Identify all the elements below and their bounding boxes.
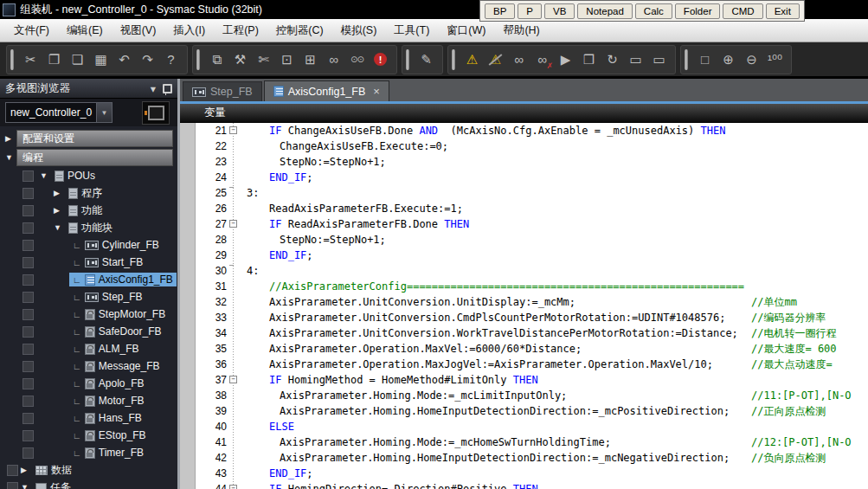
tree-item-label[interactable]: ∟AxisConfig1_FB [69,273,177,286]
menu-item-8[interactable]: 窗口(W) [438,23,494,38]
menu-item-6[interactable]: 模拟(S) [332,23,386,38]
menu-item-0[interactable]: 文件(F) [5,23,58,38]
tree-item-label[interactable]: 数据 [32,462,75,479]
expand-arrow-icon[interactable]: ▶ [5,134,16,143]
tree-item-label[interactable]: 任务 [32,479,74,489]
error-list-icon[interactable]: ! [369,49,392,70]
undo-icon[interactable]: ↶ [113,49,136,70]
menu-item-4[interactable]: 工程(P) [214,23,267,38]
launcher-button-exit[interactable]: Exit [766,3,800,19]
tree-item-label[interactable]: ∟Step_FB [69,290,146,304]
chevron-down-icon[interactable]: ▼ [96,103,112,122]
watch-monitor-icon[interactable]: ∞ [322,49,345,70]
io-monitor-2-icon[interactable]: ▭ [647,49,671,70]
zoom-out-icon[interactable]: ⊖ [740,49,763,70]
toolbar-group-grip[interactable] [196,49,200,70]
launcher-button-notepad[interactable]: Notepad [577,3,632,19]
menu-item-5[interactable]: 控制器(C) [267,23,332,38]
copy-icon[interactable]: ❐ [42,49,66,70]
explorer-header: 多视图浏览器 ▾ [0,79,177,99]
expand-arrow-icon[interactable]: ▼ [40,171,51,180]
close-icon[interactable]: × [373,87,380,96]
help-icon[interactable]: ? [159,49,183,70]
fit-screen-icon[interactable]: □ [693,49,717,70]
tree-item-label[interactable]: ∟ALM_FB [69,342,142,356]
tree-item-label[interactable]: ∟Timer_FB [69,446,147,460]
fold-collapse-button[interactable]: − [229,220,237,228]
paste-icon[interactable]: ❏ [66,49,89,70]
zoom-in-icon[interactable]: ⊕ [717,49,740,70]
redo-icon[interactable]: ↷ [136,49,159,70]
io-monitor-1-icon[interactable]: ▭ [624,49,647,70]
step-run-icon[interactable]: ▶ [554,49,577,70]
expand-arrow-icon[interactable]: ▶ [54,189,65,197]
launcher-button-folder[interactable]: Folder [675,3,721,19]
expand-arrow-icon[interactable]: ▶ [54,206,65,215]
delete-icon[interactable]: ▦ [89,49,113,70]
controller-select[interactable]: new_Controller_0 ▼ [5,102,113,123]
tree-item-label[interactable]: 功能块 [65,220,116,236]
copy-stack-icon[interactable]: ❒ [577,49,601,70]
menu-item-2[interactable]: 视图(V) [112,23,165,38]
tree-item-label[interactable]: 程序 [65,185,106,202]
sync-icon[interactable]: ↻ [601,49,624,70]
fold-end-tick [229,265,234,266]
section-bar-编程[interactable]: 编程 [16,149,173,166]
toolbar-group-grip[interactable] [685,49,688,70]
tab-axisconfig1_fb[interactable]: AxisConfig1_FB× [264,80,389,101]
edit-mode-icon[interactable]: ✎ [415,49,438,70]
tree-item-label[interactable]: ∟EStop_FB [69,428,150,442]
tree-item-cylinder-fb: ∟Cylinder_FB [0,236,177,254]
watch-icon[interactable]: ∞ [507,49,530,70]
menu-item-9[interactable]: 帮助(H) [494,23,548,38]
warning-on-icon[interactable]: ⚠ [460,49,484,70]
tree-item-label[interactable]: ∟Message_FB [69,359,164,373]
menu-item-1[interactable]: 编辑(E) [58,23,112,38]
search-binoculars-icon[interactable]: ⊙⊙ [345,49,369,70]
expand-arrow-icon[interactable]: ▼ [54,223,65,232]
cut-icon[interactable]: ✂ [19,49,42,70]
launcher-button-p[interactable]: P [518,3,542,19]
menu-item-7[interactable]: 工具(T) [385,23,438,38]
tree-item-label[interactable]: POUs [51,169,99,183]
launcher-button-calc[interactable]: Calc [635,3,672,19]
expand-arrow-icon[interactable]: ▼ [5,153,16,162]
tree-item-label[interactable]: ∟Hans_FB [69,411,145,425]
expand-arrow-icon[interactable]: ▶ [21,466,32,474]
pin-icon[interactable] [163,84,172,93]
code-text: ReadAxisParameterFB.Execute:=1; [241,203,463,215]
variables-bar[interactable]: 变量 [180,104,868,123]
check-program-icon[interactable]: ⊡ [275,49,299,70]
launcher-button-bp[interactable]: BP [485,3,515,19]
editor-pane: Step_FBAxisConfig1_FB× 变量 21−IF ChangeAx… [180,79,868,489]
toolbar-group-grip[interactable] [452,49,455,70]
tree-item-label[interactable]: ∟Cylinder_FB [69,238,163,252]
tree-item-label[interactable]: ∟Motor_FB [69,394,147,408]
section-bar-配置和设置[interactable]: 配置和设置 [16,130,173,147]
tree-item-alm-fb: ∟ALM_FB [0,340,177,357]
explorer-menu-arrow-icon[interactable]: ▾ [151,82,156,95]
menu-item-3[interactable]: 插入(I) [164,23,214,38]
window-cascade-icon[interactable]: ⧉ [205,49,228,70]
launcher-button-vb[interactable]: VB [544,3,575,19]
watch-off-icon[interactable]: ∞ [530,49,554,70]
tree-item-label[interactable]: 功能 [65,203,106,219]
tree-item-label[interactable]: ∟Start_FB [69,255,146,269]
fold-collapse-button[interactable]: − [229,126,237,134]
expand-arrow-icon[interactable]: ▼ [21,483,32,489]
tree-item-label[interactable]: ∟SafeDoor_FB [69,325,165,338]
fold-collapse-button[interactable]: − [229,376,237,383]
check-all-programs-icon[interactable]: ⊞ [299,49,322,70]
fold-collapse-button[interactable]: − [229,485,237,489]
toolbar-group-grip[interactable] [406,49,409,70]
zoom-100-icon[interactable]: ¹⁰⁰ [763,49,787,70]
tree-item-label[interactable]: ∟StepMotor_FB [69,307,169,321]
st-code-editor[interactable]: 21−IF ChangeAxisUseFB.Done AND (McAxisNo… [180,123,868,489]
toolbar-group-grip[interactable] [10,49,14,70]
rebuild-icon[interactable]: ✄ [252,49,275,70]
tab-step_fb[interactable]: Step_FB [183,81,262,101]
warning-off-icon[interactable]: ⚠ [484,49,507,70]
launcher-button-cmd[interactable]: CMD [723,3,762,19]
build-icon[interactable]: ⚒ [228,49,252,70]
tree-item-label[interactable]: ∟Apolo_FB [69,376,148,390]
